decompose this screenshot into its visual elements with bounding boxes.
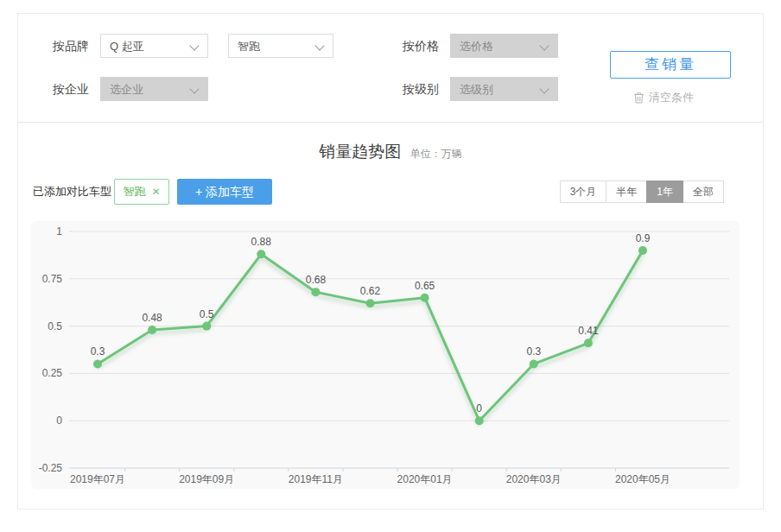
x-axis-label: 2020年03月 xyxy=(506,473,562,485)
data-point[interactable] xyxy=(475,416,484,425)
level-select-placeholder: 选级别 xyxy=(460,83,493,96)
y-axis-label: 0.5 xyxy=(48,320,62,332)
value-label: 0.62 xyxy=(360,285,381,297)
price-select-placeholder: 选价格 xyxy=(460,40,493,53)
value-label: 0.65 xyxy=(415,280,435,292)
chart-panel: -0.2500.250.50.7510.30.480.50.880.680.62… xyxy=(31,221,740,489)
filter-section: 按品牌 Q 起亚 智跑 按价格 选价格 按企业 选企业 按级别 选级别 xyxy=(18,14,763,123)
clear-filters-button[interactable]: 清空条件 xyxy=(633,90,694,105)
y-axis-label: 1 xyxy=(56,225,62,238)
data-point[interactable] xyxy=(366,299,375,307)
value-label: 0.68 xyxy=(306,274,327,286)
data-line xyxy=(98,250,643,421)
chart-unit-label: 单位：万辆 xyxy=(410,148,462,160)
data-point[interactable] xyxy=(257,250,265,258)
data-point[interactable] xyxy=(148,326,156,334)
price-select[interactable]: 选价格 xyxy=(450,34,558,58)
value-label: 0.3 xyxy=(91,345,105,358)
y-axis-label: 0 xyxy=(56,415,62,427)
time-range-button-0[interactable]: 3个月 xyxy=(560,180,607,203)
compare-models-label: 已添加对比车型： xyxy=(33,179,123,205)
chart-controls-row: 已添加对比车型： 智跑✕ + 添加车型 3个月半年1年全部 xyxy=(18,179,763,205)
value-label: 0.9 xyxy=(636,232,651,244)
chart-title: 销量趋势图 xyxy=(319,142,401,161)
time-range-button-1[interactable]: 半年 xyxy=(606,180,647,203)
chevron-down-icon xyxy=(189,41,199,50)
time-range-button-2[interactable]: 1年 xyxy=(646,180,683,203)
time-range-group: 3个月半年1年全部 xyxy=(561,180,724,203)
brand-select-value: Q 起亚 xyxy=(110,40,144,53)
brand-filter-label: 按品牌 xyxy=(53,34,89,58)
y-axis-label: -0.25 xyxy=(39,462,63,474)
level-filter-label: 按级别 xyxy=(403,77,439,101)
model-select-value: 智跑 xyxy=(238,40,260,53)
query-panel: 按品牌 Q 起亚 智跑 按价格 选价格 按企业 选企业 按级别 选级别 xyxy=(17,13,764,510)
value-label: 0.48 xyxy=(142,312,162,324)
add-model-button[interactable]: + 添加车型 xyxy=(177,179,272,205)
data-point[interactable] xyxy=(584,339,593,347)
trash-icon xyxy=(633,92,644,104)
x-axis-label: 2019年09月 xyxy=(179,473,234,485)
chevron-down-icon xyxy=(314,41,324,50)
x-axis-label: 2020年05月 xyxy=(615,473,670,485)
model-select[interactable]: 智跑 xyxy=(228,34,333,58)
time-range-button-3[interactable]: 全部 xyxy=(683,180,724,203)
x-axis-label: 2019年07月 xyxy=(70,473,125,485)
trend-chart-svg: -0.2500.250.50.7510.30.480.50.880.680.62… xyxy=(31,221,740,489)
value-label: 0.88 xyxy=(251,236,272,248)
company-select[interactable]: 选企业 xyxy=(100,77,208,101)
x-axis-label: 2020年01月 xyxy=(397,473,453,485)
data-point[interactable] xyxy=(530,359,538,368)
price-filter-label: 按价格 xyxy=(403,34,439,58)
chevron-down-icon xyxy=(539,84,549,93)
value-label: 0.5 xyxy=(200,308,214,320)
y-axis-label: 0.75 xyxy=(42,273,63,285)
level-select[interactable]: 选级别 xyxy=(450,77,558,101)
data-point[interactable] xyxy=(311,288,320,296)
company-filter-label: 按企业 xyxy=(53,77,89,101)
model-tag-label: 智跑 xyxy=(123,185,145,198)
chevron-down-icon xyxy=(189,84,199,93)
value-label: 0.3 xyxy=(526,345,541,358)
value-label: 0 xyxy=(476,402,482,415)
chevron-down-icon xyxy=(539,41,549,50)
brand-select[interactable]: Q 起亚 xyxy=(100,34,208,58)
data-point[interactable] xyxy=(638,246,647,255)
data-point[interactable] xyxy=(421,294,429,302)
tag-close-icon[interactable]: ✕ xyxy=(151,186,160,198)
company-select-placeholder: 选企业 xyxy=(110,83,143,96)
query-sales-button[interactable]: 查销量 xyxy=(610,51,731,79)
y-axis-label: 0.25 xyxy=(42,367,63,379)
model-tag: 智跑✕ xyxy=(114,179,169,205)
data-point[interactable] xyxy=(202,322,211,331)
page: 按品牌 Q 起亚 智跑 按价格 选价格 按企业 选企业 按级别 选级别 xyxy=(0,0,781,532)
chart-title-row: 销量趋势图 单位：万辆 xyxy=(18,141,763,165)
data-point[interactable] xyxy=(93,359,102,368)
clear-filters-label: 清空条件 xyxy=(649,90,694,105)
value-label: 0.41 xyxy=(578,325,599,337)
x-axis-label: 2019年11月 xyxy=(289,473,343,485)
